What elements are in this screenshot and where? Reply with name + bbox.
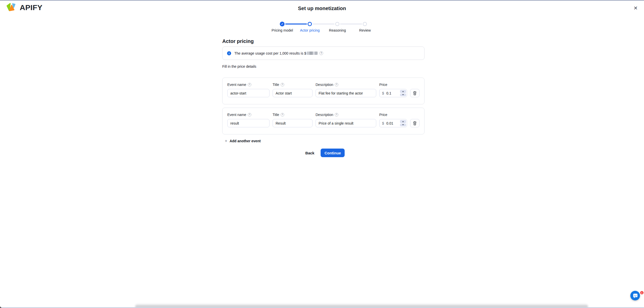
step-circle-pricing-model[interactable]: ✓: [280, 21, 285, 26]
step-label-reasoning: Reasoning: [324, 28, 351, 32]
modal-title: Set up monetization: [0, 6, 644, 11]
title-input[interactable]: [273, 119, 313, 127]
close-icon[interactable]: ✕: [632, 5, 639, 12]
description-field: Description ?: [316, 113, 376, 127]
description-label: Description ?: [316, 83, 376, 86]
chat-notification-badge: 1: [640, 291, 644, 295]
delete-event-button[interactable]: [410, 119, 419, 127]
title-field: Title ?: [273, 113, 313, 127]
average-cost-text: The average usage cost per 1,000 results…: [234, 51, 323, 55]
stepper-connector-done: [285, 23, 307, 25]
increment-icon[interactable]: [400, 90, 406, 93]
continue-button[interactable]: Continue: [321, 149, 345, 157]
decrement-icon[interactable]: [400, 93, 406, 97]
plus-icon: +: [225, 139, 227, 143]
stepper-track: ✓: [269, 21, 379, 27]
price-stepper: [400, 90, 406, 96]
help-icon[interactable]: ?: [248, 83, 251, 86]
currency-prefix: $: [382, 91, 384, 95]
check-icon: ✓: [281, 22, 283, 26]
event-card-result: Event name ? Title ? Description ?: [222, 108, 425, 134]
event-name-field: Event name ?: [227, 83, 270, 97]
progress-stepper: ✓ Pricing model Actor pricing Reasoning …: [269, 21, 379, 32]
stepper-connector-todo: [340, 23, 362, 24]
trash-icon: [413, 91, 417, 95]
increment-icon[interactable]: [400, 120, 406, 123]
help-icon[interactable]: ?: [319, 51, 323, 55]
title-field: Title ?: [273, 83, 313, 97]
description-label: Description ?: [316, 113, 376, 116]
event-name-label: Event name ?: [227, 83, 270, 86]
back-button[interactable]: Back: [305, 151, 315, 155]
delete-event-button[interactable]: [410, 89, 419, 97]
stepper-labels: Pricing model Actor pricing Reasoning Re…: [269, 28, 379, 32]
step-circle-reasoning: [335, 22, 339, 26]
title-input[interactable]: [273, 89, 313, 97]
info-icon: i: [227, 51, 231, 55]
event-name-input[interactable]: [227, 119, 270, 127]
decrement-icon[interactable]: [400, 124, 406, 127]
stepper-connector-todo: [313, 23, 335, 24]
description-field: Description ?: [316, 83, 376, 97]
wizard-footer: Back Continue: [3, 149, 644, 157]
add-another-event-label: Add another event: [230, 139, 261, 143]
row-actions: [410, 83, 419, 97]
step-label-actor-pricing[interactable]: Actor pricing: [296, 28, 324, 32]
row-actions: [410, 113, 419, 127]
price-label: Price: [379, 113, 407, 116]
redacted-value: [307, 52, 318, 55]
step-circle-actor-pricing[interactable]: [308, 22, 312, 26]
price-stepper: [400, 120, 406, 126]
price-field: Price $: [379, 113, 407, 127]
average-cost-infobox: i The average usage cost per 1,000 resul…: [222, 46, 425, 60]
description-input[interactable]: [316, 89, 376, 97]
trash-icon: [413, 121, 417, 125]
help-icon[interactable]: ?: [281, 83, 284, 86]
background-window-shadow: [135, 303, 588, 307]
price-field: Price $: [379, 83, 407, 97]
window-corner: [0, 306, 2, 308]
chat-launcher-button[interactable]: [630, 291, 640, 300]
instruction-text: Fill in the price details: [222, 64, 256, 68]
add-another-event-button[interactable]: + Add another event: [225, 139, 261, 143]
event-name-input[interactable]: [227, 89, 270, 97]
price-label: Price: [379, 83, 407, 86]
step-circle-review: [363, 22, 367, 26]
step-label-review: Review: [351, 28, 379, 32]
description-input[interactable]: [316, 119, 376, 127]
help-icon[interactable]: ?: [281, 113, 284, 116]
help-icon[interactable]: ?: [335, 83, 338, 86]
title-label: Title ?: [273, 113, 313, 116]
event-card-actor-start: Event name ? Title ? Description ?: [222, 78, 425, 104]
chat-bubble-icon: [632, 293, 638, 299]
event-name-label: Event name ?: [227, 113, 270, 116]
help-icon[interactable]: ?: [335, 113, 338, 116]
help-icon[interactable]: ?: [248, 113, 251, 116]
currency-prefix: $: [382, 121, 384, 125]
window-top-edge: [0, 0, 644, 1]
title-label: Title ?: [273, 83, 313, 86]
page-title: Actor pricing: [222, 38, 254, 44]
event-name-field: Event name ?: [227, 113, 270, 127]
step-label-pricing-model[interactable]: Pricing model: [269, 28, 296, 32]
